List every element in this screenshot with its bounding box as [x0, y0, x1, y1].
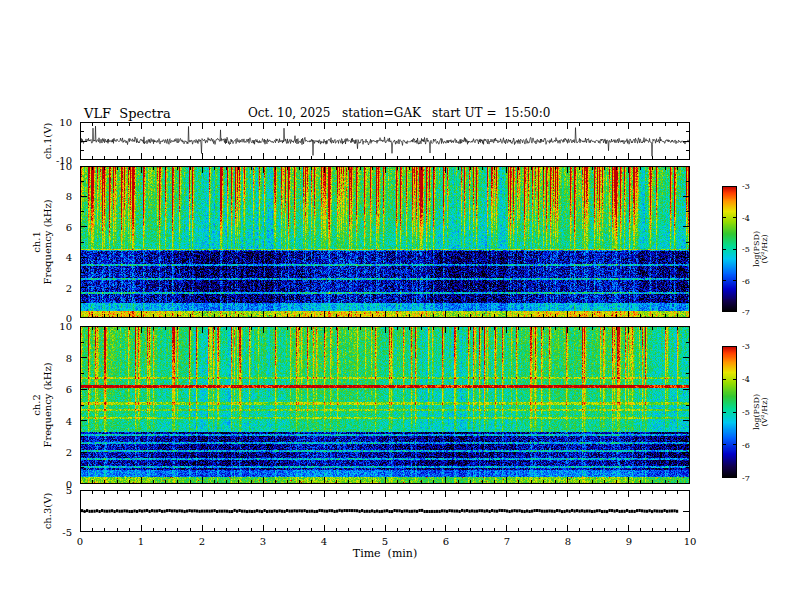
start-ut-label: start UT = 15:50:0: [432, 106, 550, 120]
x-tick-label: 2: [199, 536, 205, 547]
y-tick-label: 10: [59, 117, 75, 128]
ch2-frequency-axis-label: ch.2 Frequency (kHz): [31, 362, 53, 447]
x-tick-label: 5: [382, 536, 388, 547]
colorbar-tick-label: -6: [740, 276, 750, 285]
x-tick-label: 3: [260, 536, 266, 547]
time-axis-label: Time (min): [353, 547, 417, 560]
y-tick-label: 6: [66, 384, 75, 395]
y-tick-label: 8: [66, 352, 75, 363]
y-tick-label: 2: [66, 282, 75, 293]
colorbar-ch1-label: log(PSD)(V²/Hz): [753, 231, 769, 267]
y-tick-label: 2: [66, 447, 75, 458]
y-tick-label: 10: [59, 321, 75, 332]
ch1-spectrogram-heatmap: [80, 166, 690, 318]
x-tick-label: 10: [684, 536, 697, 547]
vlf-spectra-figure: VLF Spectra Oct. 10, 2025 station=GAK st…: [0, 0, 792, 612]
ch2-spectrogram-heatmap: [80, 326, 690, 484]
x-tick-label: 9: [626, 536, 632, 547]
colorbar-ch2: [722, 346, 737, 478]
colorbar-ch1: [722, 186, 737, 312]
y-tick-label: 4: [66, 415, 75, 426]
colorbar-tick-label: -7: [740, 474, 750, 483]
colorbar-tick-label: -6: [740, 441, 750, 450]
y-tick-label: 10: [59, 161, 75, 172]
colorbar-tick-label: -4: [740, 375, 750, 384]
ch3-voltage-axis-label: ch.3(V): [42, 493, 53, 530]
x-tick-label: 0: [77, 536, 83, 547]
ch1-frequency-axis-label: ch.1 Frequency (kHz): [31, 199, 53, 284]
x-tick-label: 6: [443, 536, 449, 547]
figure-title: VLF Spectra: [84, 106, 171, 121]
x-tick-label: 8: [565, 536, 571, 547]
ch1-voltage-axis-label: ch.1(V): [42, 123, 53, 160]
x-tick-label: 1: [138, 536, 144, 547]
colorbar-tick-label: -7: [740, 308, 750, 317]
y-tick-label: 4: [66, 252, 75, 263]
colorbar-tick-label: -5: [740, 408, 750, 417]
colorbar-tick-label: -5: [740, 245, 750, 254]
y-tick-label: 6: [66, 221, 75, 232]
colorbar-tick-label: -4: [740, 213, 750, 222]
x-tick-label: 4: [321, 536, 327, 547]
y-tick-label: -5: [62, 527, 75, 538]
colorbar-tick-label: -3: [740, 182, 750, 191]
colorbar-ch2-label: log(PSD)(V²/Hz): [753, 394, 769, 430]
y-tick-label: 8: [66, 191, 75, 202]
station-label: station=GAK: [342, 106, 421, 120]
ch1-waveform-plot: [80, 122, 690, 160]
colorbar-tick-label: -3: [740, 342, 750, 351]
y-tick-label: 5: [66, 485, 75, 496]
date-label: Oct. 10, 2025: [248, 106, 330, 120]
ch3-waveform-plot: [80, 490, 690, 532]
x-tick-label: 7: [504, 536, 510, 547]
